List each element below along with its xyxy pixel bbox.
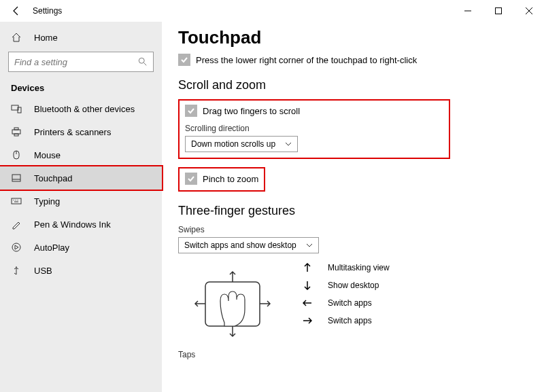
checkbox-label: Pinch to zoom [203,174,258,184]
legend-label: Switch apps [328,316,372,325]
sidebar-label: Printers & scanners [34,127,111,137]
gesture-legend: Multitasking view Show desktop Switch ap… [301,263,390,343]
touchpad-icon [11,173,22,183]
sidebar-item-bluetooth[interactable]: Bluetooth & other devices [0,97,162,120]
sidebar-label: Bluetooth & other devices [34,104,135,114]
checkbox-right-click-corner[interactable]: Press the lower right corner of the touc… [178,54,528,66]
sidebar-item-pen[interactable]: Pen & Windows Ink [0,213,162,236]
dropdown-scroll-direction[interactable]: Down motion scrolls up [185,136,298,152]
checkmark-icon [185,105,197,117]
svg-point-20 [12,243,20,251]
sidebar-label: USB [34,266,52,276]
titlebar: Settings [0,0,544,22]
maximize-button[interactable] [483,1,513,21]
app-title: Settings [33,6,62,16]
sidebar-label: Home [34,33,58,43]
section-scroll-zoom: Scroll and zoom [178,78,528,92]
checkbox-label: Drag two fingers to scroll [203,106,300,116]
sidebar-label: Typing [34,196,60,207]
usb-icon [11,265,22,276]
sidebar-label: Touchpad [34,173,72,183]
sidebar-item-autoplay[interactable]: AutoPlay [0,236,162,259]
svg-rect-10 [14,134,18,136]
home-icon [11,32,22,43]
legend-label: Show desktop [328,281,379,290]
sidebar-item-touchpad[interactable]: Touchpad [0,166,162,190]
sidebar-category: Devices [0,77,162,97]
devices-icon [11,103,22,114]
legend-item: Switch apps [301,298,390,308]
arrow-right-icon [301,317,314,325]
page-title: Touchpad [178,27,528,48]
svg-point-4 [139,58,144,63]
content-pane: Touchpad Press the lower right corner of… [162,22,544,392]
minimize-button[interactable] [452,1,483,21]
arrow-left-icon [301,299,314,307]
close-button[interactable] [513,1,544,21]
section-three-finger: Three-finger gestures [178,204,528,218]
chevron-down-icon [285,142,292,146]
search-input[interactable] [14,57,138,67]
dropdown-value: Down motion scrolls up [191,139,275,149]
dropdown-swipes[interactable]: Switch apps and show desktop [178,237,319,253]
sidebar-item-printers[interactable]: Printers & scanners [0,120,162,143]
label-taps: Taps [178,350,528,359]
svg-rect-13 [12,175,20,181]
svg-rect-15 [12,198,21,204]
chevron-down-icon [306,243,313,247]
legend-item: Switch apps [301,316,390,325]
gesture-diagram [192,262,273,343]
search-box[interactable] [8,52,154,72]
checkmark-icon [185,173,197,185]
checkbox-pinch-zoom[interactable]: Pinch to zoom [185,173,258,185]
pen-icon [11,219,22,230]
sidebar-item-usb[interactable]: USB [0,259,162,282]
checkbox-label: Press the lower right corner of the touc… [196,55,417,65]
sidebar-label: Pen & Windows Ink [34,219,111,230]
sidebar-item-home[interactable]: Home [0,26,162,49]
back-button[interactable] [11,5,22,16]
arrow-down-icon [301,281,314,290]
mouse-icon [11,149,22,160]
autoplay-icon [11,242,22,253]
search-icon [138,57,148,67]
legend-label: Switch apps [328,298,372,308]
label-scroll-direction: Scrolling direction [185,124,443,133]
legend-item: Show desktop [301,281,390,290]
sidebar-item-typing[interactable]: Typing [0,190,162,213]
legend-label: Multitasking view [328,263,390,272]
printer-icon [11,126,22,137]
legend-item: Multitasking view [301,263,390,272]
sidebar-label: Mouse [34,150,61,160]
sidebar-item-mouse[interactable]: Mouse [0,143,162,166]
svg-line-5 [144,63,147,66]
svg-rect-1 [495,8,501,14]
keyboard-icon [11,196,22,207]
dropdown-value: Switch apps and show desktop [184,240,296,250]
label-swipes: Swipes [178,225,528,234]
sidebar: Home Devices Bluetooth & other devices P… [0,22,162,392]
svg-rect-8 [12,130,20,134]
checkmark-icon [178,54,190,66]
checkbox-drag-scroll[interactable]: Drag two fingers to scroll [185,105,443,117]
svg-rect-9 [14,128,18,130]
sidebar-label: AutoPlay [34,243,69,253]
arrow-up-icon [301,263,314,272]
